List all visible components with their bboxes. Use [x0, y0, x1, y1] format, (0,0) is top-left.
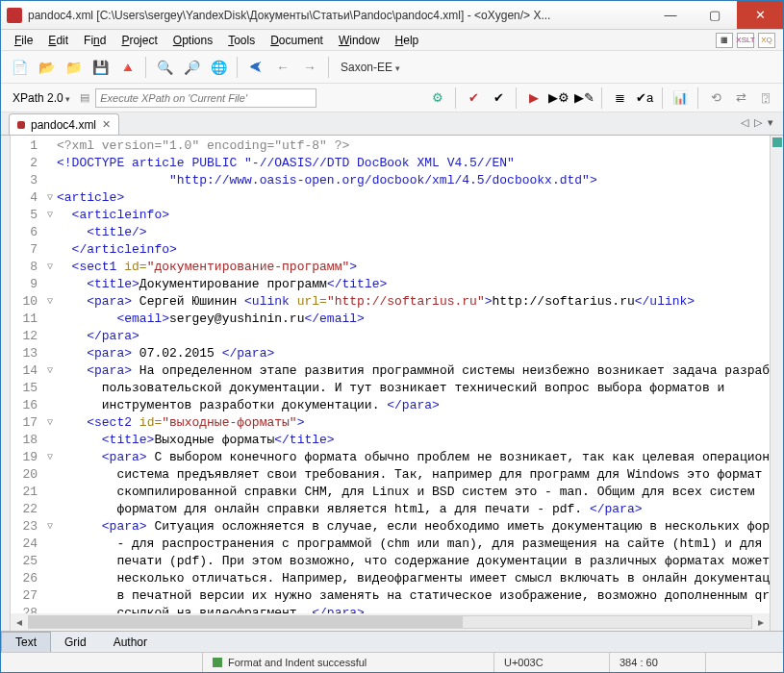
menu-help[interactable]: Help	[390, 32, 425, 49]
tab-next-icon[interactable]: ▷	[754, 116, 762, 129]
line-content[interactable]: ссылкой на видеофрагмент. </para>	[57, 605, 770, 613]
titlebar[interactable]: pandoc4.xml [C:\Users\sergey\YandexDisk\…	[1, 1, 783, 30]
code-line[interactable]: 4▽<article>	[11, 189, 770, 207]
help-circle-icon[interactable]: ⍰	[756, 88, 775, 108]
code-line[interactable]: 21 скомпилированной справки CHM, для Lin…	[11, 484, 770, 501]
validate-icon[interactable]: ✔	[464, 88, 483, 108]
perspective-icon[interactable]: ▦	[716, 33, 733, 48]
browse-icon[interactable]: 🌐	[208, 57, 229, 78]
fold-icon[interactable]: ▽	[43, 414, 57, 432]
xq-icon[interactable]: XQ	[758, 33, 775, 48]
scroll-right-icon[interactable]: ▸	[752, 615, 770, 629]
line-content[interactable]: <title/>	[57, 224, 770, 241]
fold-icon[interactable]: ▽	[43, 362, 57, 380]
code-line[interactable]: 12 </para>	[11, 328, 770, 345]
line-content[interactable]: в печатной версии их нужно заменять на с…	[57, 587, 770, 605]
code-editor[interactable]: 1<?xml version="1.0" encoding="utf-8" ?>…	[11, 136, 770, 631]
line-content[interactable]: пользовательской документации. И тут воз…	[57, 380, 770, 397]
code-line[interactable]: 19▽ <para> С выбором конечного формата о…	[11, 449, 770, 466]
menu-window[interactable]: Window	[333, 32, 386, 49]
line-content[interactable]: <para> Ситуация осложняется в случае, ес…	[57, 518, 770, 536]
line-content[interactable]: инструментов разработки документации. </…	[57, 397, 770, 414]
search-icon[interactable]: 🔍	[154, 57, 175, 78]
validate-config-icon[interactable]: ✔	[489, 88, 508, 108]
line-content[interactable]: <?xml version="1.0" encoding="utf-8" ?>	[57, 137, 770, 155]
run-config-icon[interactable]: ▶⚙	[549, 88, 569, 108]
minimize-button[interactable]: —	[648, 1, 693, 29]
code-line[interactable]: 11 <email>sergey@yushinin.ru</email>	[11, 311, 770, 328]
format-icon[interactable]: ≣	[610, 88, 629, 108]
xslt-icon[interactable]: XSLT	[737, 33, 754, 48]
line-content[interactable]: <title>Выходные форматы</title>	[57, 432, 770, 449]
code-line[interactable]: 20 система предъявляет свои требования. …	[11, 466, 770, 484]
tab-prev-icon[interactable]: ◁	[741, 116, 748, 129]
menu-document[interactable]: Document	[265, 32, 329, 49]
code-line[interactable]: 7 </articleinfo>	[11, 241, 770, 259]
code-line[interactable]: 16 инструментов разработки документации.…	[11, 397, 770, 414]
code-line[interactable]: 13 <para> 07.02.2015 </para>	[11, 345, 770, 362]
horizontal-scrollbar[interactable]: ◂ ▸	[11, 613, 770, 631]
gear-icon[interactable]: ⚙	[428, 88, 447, 108]
menu-tools[interactable]: Tools	[222, 32, 261, 49]
scroll-thumb[interactable]	[29, 616, 463, 628]
line-content[interactable]: форматом для онлайн справки является htm…	[57, 501, 770, 518]
line-content[interactable]: <sect2 id="выходные-форматы">	[57, 414, 770, 432]
debug-icon[interactable]: ▶✎	[574, 88, 594, 108]
fold-icon[interactable]: ▽	[43, 449, 57, 466]
xpath-version-dropdown[interactable]: XPath 2.0	[9, 91, 74, 105]
line-content[interactable]: <title>Документирование программ</title>	[57, 276, 770, 293]
code-line[interactable]: 9 <title>Документирование программ</titl…	[11, 276, 770, 293]
close-button[interactable]: ✕	[737, 1, 783, 29]
tab-list-icon[interactable]: ▾	[768, 116, 773, 129]
right-marker-strip[interactable]	[770, 136, 783, 631]
fold-icon[interactable]: ▽	[43, 259, 57, 276]
menu-edit[interactable]: Edit	[42, 32, 74, 49]
line-content[interactable]: </para>	[57, 328, 770, 345]
redo-arrow-icon[interactable]: →	[299, 57, 320, 78]
scroll-left-icon[interactable]: ◂	[11, 615, 28, 629]
open-icon[interactable]: 📂	[36, 57, 57, 78]
xpath-input[interactable]	[95, 88, 316, 108]
code-line[interactable]: 5▽ <articleinfo>	[11, 207, 770, 224]
run-icon[interactable]: ▶	[524, 88, 544, 108]
code-line[interactable]: 6 <title/>	[11, 224, 770, 241]
code-line[interactable]: 25 печати (pdf). При этом возможно, что …	[11, 553, 770, 570]
code-line[interactable]: 17▽ <sect2 id="выходные-форматы">	[11, 414, 770, 432]
svn-icon[interactable]: ⟲	[706, 88, 725, 108]
code-line[interactable]: 3 "http://www.oasis-open.org/docbook/xml…	[11, 172, 770, 189]
line-content[interactable]: <para> На определенном этапе развития пр…	[57, 362, 770, 380]
line-content[interactable]: <sect1 id="документирование-программ">	[57, 259, 770, 276]
line-content[interactable]: несколько отличаться. Например, видеофра…	[57, 570, 770, 587]
line-content[interactable]: <article>	[57, 189, 770, 207]
line-content[interactable]: скомпилированной справки CHM, для Linux …	[57, 484, 770, 501]
line-content[interactable]: <articleinfo>	[57, 207, 770, 224]
code-line[interactable]: 14▽ <para> На определенном этапе развити…	[11, 362, 770, 380]
undo-arrow-icon[interactable]: ←	[272, 57, 293, 78]
line-content[interactable]: <!DOCTYPE article PUBLIC "-//OASIS//DTD …	[57, 155, 770, 172]
open-folder-icon[interactable]: 📁	[63, 57, 84, 78]
transformer-dropdown[interactable]: Saxon-EE	[337, 61, 404, 74]
fold-icon[interactable]: ▽	[43, 293, 57, 311]
code-line[interactable]: 27 в печатной версии их нужно заменять н…	[11, 587, 770, 605]
code-line[interactable]: 15 пользовательской документации. И тут …	[11, 380, 770, 397]
code-body[interactable]: 1<?xml version="1.0" encoding="utf-8" ?>…	[11, 136, 770, 613]
code-line[interactable]: 24 - для распространения с программой (c…	[11, 536, 770, 553]
line-content[interactable]: система предъявляет свои требования. Так…	[57, 466, 770, 484]
line-content[interactable]: </articleinfo>	[57, 241, 770, 259]
code-line[interactable]: 2<!DOCTYPE article PUBLIC "-//OASIS//DTD…	[11, 155, 770, 172]
menu-file[interactable]: File	[9, 32, 38, 49]
menu-project[interactable]: Project	[115, 32, 163, 49]
code-line[interactable]: 10▽ <para> Сергей Юшинин <ulink url="htt…	[11, 293, 770, 311]
fold-icon[interactable]: ▽	[43, 189, 57, 207]
line-content[interactable]: <email>sergey@yushinin.ru</email>	[57, 311, 770, 328]
find-folder-icon[interactable]: 🔎	[181, 57, 202, 78]
code-line[interactable]: 1<?xml version="1.0" encoding="utf-8" ?>	[11, 137, 770, 155]
diff-icon[interactable]: ⇄	[731, 88, 750, 108]
code-line[interactable]: 23▽ <para> Ситуация осложняется в случае…	[11, 518, 770, 536]
line-content[interactable]: печати (pdf). При этом возможно, что сод…	[57, 553, 770, 570]
scroll-track[interactable]	[28, 615, 752, 629]
code-line[interactable]: 26 несколько отличаться. Например, видео…	[11, 570, 770, 587]
line-content[interactable]: - для распространения с программой (chm …	[57, 536, 770, 553]
line-content[interactable]: <para> Сергей Юшинин <ulink url="http://…	[57, 293, 770, 311]
mode-grid[interactable]: Grid	[51, 633, 100, 652]
